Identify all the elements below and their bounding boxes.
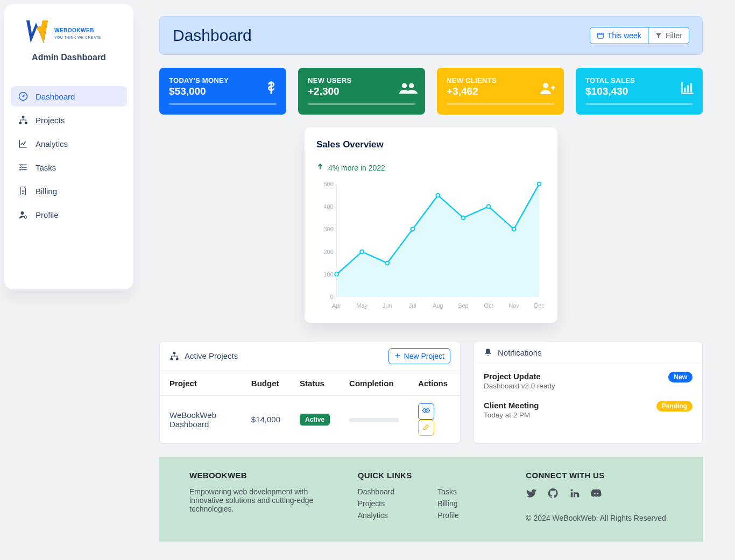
user-gear-icon — [18, 210, 28, 219]
projects-table: Project Budget Status Completion Actions… — [160, 371, 460, 443]
sidebar-label: Profile — [36, 210, 59, 219]
svg-point-10 — [409, 83, 414, 88]
stat-value: +3,462 — [447, 86, 554, 97]
svg-point-2 — [23, 96, 24, 97]
col-completion: Completion — [340, 371, 408, 396]
list-check-icon — [18, 162, 28, 172]
stat-bar — [169, 103, 277, 105]
chart-trend: 4% more in 2022 — [316, 163, 546, 172]
svg-text:Jun: Jun — [383, 302, 392, 309]
stat-new-users: NEW USERS +2,300 — [298, 68, 425, 115]
notif-pill: Pending — [656, 401, 692, 412]
diagram-icon — [18, 115, 28, 125]
footer-link[interactable]: Projects — [358, 499, 395, 508]
footer-brand: WEBOOKWEB — [189, 471, 336, 480]
col-status: Status — [290, 371, 340, 396]
view-button[interactable] — [418, 403, 434, 420]
page-title: Dashboard — [173, 26, 252, 45]
stat-bar — [447, 103, 554, 105]
filter-button[interactable]: Filter — [648, 27, 689, 44]
svg-text:Nov: Nov — [508, 302, 519, 309]
chart-title: Sales Overview — [316, 139, 546, 150]
svg-rect-14 — [690, 83, 692, 91]
diagram-icon — [169, 351, 179, 361]
notif-pill: New — [668, 372, 692, 382]
table-row: WeBookWeb Dashboard $14,000 Active — [160, 395, 460, 443]
sidebar-label: Dashboard — [36, 92, 75, 101]
svg-text:Jul: Jul — [409, 302, 416, 309]
notif-sub: Today at 2 PM — [484, 411, 539, 419]
sidebar-item-dashboard[interactable]: Dashboard — [11, 86, 127, 107]
col-project: Project — [160, 371, 242, 396]
svg-text:May: May — [356, 302, 367, 309]
footer-link[interactable]: Analytics — [358, 511, 395, 520]
notif-title: Project Update — [484, 372, 555, 381]
svg-text:Aug: Aug — [433, 302, 443, 309]
sidebar-item-projects[interactable]: Projects — [11, 110, 127, 130]
footer-link[interactable]: Billing — [437, 499, 459, 508]
arrow-up-icon — [316, 163, 324, 172]
sidebar-label: Projects — [36, 116, 65, 125]
svg-text:Sep: Sep — [458, 302, 468, 309]
svg-rect-8 — [598, 33, 604, 38]
main-content: Dashboard This week Filter TODAY'S MONEY… — [138, 0, 735, 542]
notification-item: Project Update Dashboard v2.0 ready New — [474, 364, 702, 398]
sidebar-item-profile[interactable]: Profile — [11, 204, 127, 225]
svg-text:300: 300 — [324, 226, 334, 232]
svg-point-33 — [411, 227, 414, 231]
status-badge: Active — [300, 414, 330, 426]
sidebar-label: Tasks — [36, 163, 56, 172]
stat-value: $53,000 — [169, 86, 277, 97]
linkedin-icon[interactable] — [569, 487, 581, 501]
svg-point-31 — [360, 250, 364, 253]
footer-link[interactable]: Tasks — [437, 487, 459, 496]
admin-title: Admin Dashboard — [11, 53, 127, 62]
stat-bar — [585, 103, 693, 105]
svg-rect-40 — [173, 352, 176, 354]
svg-text:500: 500 — [324, 181, 334, 187]
svg-text:Apr: Apr — [332, 302, 341, 309]
calendar-icon — [597, 32, 604, 39]
twitter-icon[interactable] — [526, 487, 538, 501]
new-project-button[interactable]: New Project — [388, 348, 450, 364]
completion-bar — [349, 418, 399, 422]
project-name: WeBookWeb Dashboard — [160, 395, 242, 443]
this-week-button[interactable]: This week — [590, 27, 648, 44]
svg-point-34 — [436, 193, 440, 197]
notifications-card: Notifications Project Update Dashboard v… — [473, 341, 703, 444]
bell-icon — [484, 348, 492, 357]
svg-text:200: 200 — [324, 249, 334, 255]
svg-point-43 — [425, 409, 427, 412]
active-projects-card: Active Projects New Project Project Budg… — [159, 341, 461, 444]
sidebar-item-analytics[interactable]: Analytics — [11, 133, 127, 154]
sidebar-label: Analytics — [36, 139, 68, 148]
notif-title: Client Meeting — [484, 401, 539, 410]
page-header: Dashboard This week Filter — [159, 16, 703, 55]
bar-chart-icon — [680, 80, 695, 99]
notifications-title: Notifications — [498, 348, 542, 357]
notification-item: Client Meeting Today at 2 PM Pending — [474, 398, 702, 427]
col-actions: Actions — [408, 371, 460, 396]
discord-icon[interactable] — [590, 487, 602, 501]
notif-sub: Dashboard v2.0 ready — [484, 382, 555, 390]
stat-total-sales: TOTAL SALES $103,430 — [576, 68, 703, 115]
footer-link[interactable]: Dashboard — [358, 487, 395, 496]
svg-text:Oct: Oct — [484, 302, 493, 309]
stat-bar — [308, 103, 415, 105]
projects-title: Active Projects — [185, 351, 238, 360]
sidebar-item-billing[interactable]: Billing — [11, 181, 127, 201]
plus-icon — [394, 352, 401, 360]
footer-link[interactable]: Profile — [437, 511, 459, 520]
user-plus-icon — [539, 80, 556, 99]
github-icon[interactable] — [547, 487, 559, 501]
project-budget: $14,000 — [242, 395, 290, 443]
stat-label: TODAY'S MONEY — [169, 76, 277, 84]
sidebar: WEBOOKWEB YOU THINK WE CREATE Admin Dash… — [4, 4, 133, 289]
stat-new-clients: NEW CLIENTS +3,462 — [437, 68, 564, 115]
svg-text:100: 100 — [324, 271, 334, 278]
pencil-icon — [422, 423, 430, 433]
svg-rect-42 — [176, 358, 179, 360]
svg-rect-41 — [171, 358, 173, 360]
sidebar-item-tasks[interactable]: Tasks — [11, 157, 127, 178]
edit-button[interactable] — [418, 420, 434, 436]
